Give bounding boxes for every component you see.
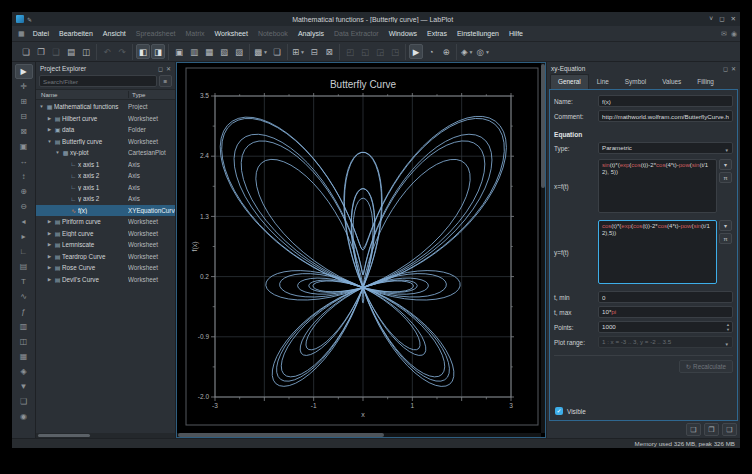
close-dock-icon[interactable]: ✕ xyxy=(166,65,171,72)
y-formula-field[interactable]: cos(t)*(exp(cos(t))-2*cos(4*t)-pow(sin(t… xyxy=(598,220,717,284)
plot-style-button[interactable]: ◈▼ xyxy=(460,44,475,59)
add-axis-icon[interactable]: ∟ xyxy=(15,244,33,259)
print-button[interactable]: ▤ xyxy=(64,44,78,59)
zoom-region-button[interactable]: ⊠ xyxy=(322,44,336,59)
zoom-out-icon[interactable]: ⊖ xyxy=(15,199,33,214)
minimize-button[interactable]: ˅ xyxy=(709,12,713,26)
copy-settings-button[interactable]: ❏ xyxy=(686,423,701,436)
t-min-field[interactable] xyxy=(598,291,733,303)
expand-icon[interactable]: ▶ xyxy=(46,254,53,259)
add-boxplot-icon[interactable]: ◫ xyxy=(15,334,33,349)
column-header-name[interactable]: Name xyxy=(36,91,128,98)
spinbox-arrows-icon[interactable]: ▲▼ xyxy=(726,323,730,332)
zoom-mode-button[interactable]: ⊞▼ xyxy=(291,44,306,59)
float-dock-icon[interactable]: ◻ xyxy=(158,65,163,72)
auto-scale-y-icon[interactable]: ↕ xyxy=(15,169,33,184)
menu-analysis[interactable]: Analysis xyxy=(293,26,329,42)
butterfly-plot[interactable]: -3-1133.52.41.30.2-0.9-2.0Butterfly Curv… xyxy=(177,63,545,435)
duplicate-button[interactable]: ❏ xyxy=(270,44,284,59)
zoom-select-icon[interactable]: ⊞ xyxy=(15,94,33,109)
recalculate-button[interactable]: ↻ Recalculate xyxy=(679,360,733,373)
menu-extras[interactable]: Extras xyxy=(422,26,452,42)
new-plot-button[interactable]: ▩▼ xyxy=(253,44,269,59)
tree-row-lemniscate[interactable]: ▶▤LemniscateWorksheet xyxy=(36,239,175,251)
column-header-type[interactable]: Type xyxy=(128,91,175,98)
new-matrix-button[interactable]: ▧ xyxy=(217,44,231,59)
insert-function-button[interactable]: ▾ xyxy=(719,220,732,231)
close-button[interactable]: ✕ xyxy=(731,12,736,26)
x-formula-field[interactable]: sin(t)*(exp(cos(t))-2*cos(4*t)-pow(sin(t… xyxy=(598,159,717,213)
print-worksheet-icon[interactable]: ❏ xyxy=(15,394,33,409)
tab-general[interactable]: General xyxy=(550,74,589,89)
tree-row-y-axis-1[interactable]: ∟y axis 1Axis xyxy=(36,182,175,194)
collapse-icon[interactable]: ▼ xyxy=(46,139,53,144)
zoom-select-mode-button[interactable]: ⊕ xyxy=(439,44,453,59)
tree-row-eight-curve[interactable]: ▶▤Eight curveWorksheet xyxy=(36,228,175,240)
layout-button[interactable]: ◎▼ xyxy=(476,44,491,59)
tree-column-headers[interactable]: Name Type xyxy=(36,89,175,100)
equation-type-combobox[interactable]: Parametric▼ xyxy=(598,142,733,154)
save-default-button[interactable]: ❐ xyxy=(704,423,719,436)
add-image-icon[interactable]: ▦ xyxy=(15,349,33,364)
search-input[interactable] xyxy=(39,75,157,87)
close-dock-icon[interactable]: ✕ xyxy=(731,65,736,72)
add-legend-icon[interactable]: ▤ xyxy=(15,259,33,274)
tree-row-rose-curve[interactable]: ▶▤Rose CurveWorksheet xyxy=(36,262,175,274)
tab-line[interactable]: Line xyxy=(589,74,617,89)
expand-icon[interactable]: ▶ xyxy=(46,242,53,247)
menu-bearbeiten[interactable]: Bearbeiten xyxy=(54,26,98,42)
zoom-fit-button[interactable]: ⊟ xyxy=(307,44,321,59)
expand-icon[interactable]: ▶ xyxy=(46,116,53,121)
tree-row-mathematical-functions[interactable]: ▼▦Mathematical functionsProject xyxy=(36,101,175,113)
select-mode-icon[interactable]: ▶ xyxy=(15,64,33,79)
add-histogram-icon[interactable]: ▥ xyxy=(15,319,33,334)
presenter-mode-icon[interactable]: ◉ xyxy=(15,409,33,424)
crosshair-mode-button[interactable]: ◔ xyxy=(424,44,438,59)
tree-row-x-axis-1[interactable]: ∟x axis 1Axis xyxy=(36,159,175,171)
worksheet-view[interactable]: -3-1133.52.41.30.2-0.9-2.0Butterfly Curv… xyxy=(176,62,546,438)
insert-constant-button[interactable]: π xyxy=(719,233,732,244)
tab-values[interactable]: Values xyxy=(654,74,689,89)
tree-row-devil-s-curve[interactable]: ▶▤Devil's CurveWorksheet xyxy=(36,274,175,286)
zoom-y-select-icon[interactable]: ⊠ xyxy=(15,124,33,139)
new-folder-button[interactable]: ▣ xyxy=(172,44,186,59)
expand-icon[interactable]: ▶ xyxy=(46,127,53,132)
menu-hilfe[interactable]: Hilfe xyxy=(504,26,528,42)
tab-symbol[interactable]: Symbol xyxy=(617,74,654,89)
export-button[interactable]: ◫ xyxy=(79,44,93,59)
menu-datei[interactable]: Datei xyxy=(28,26,54,42)
tree-row-x-axis-2[interactable]: ∟x axis 2Axis xyxy=(36,170,175,182)
t-max-field[interactable]: 10*pi xyxy=(598,306,733,318)
auto-scale-icon[interactable]: ▣ xyxy=(15,139,33,154)
tree-row-piriform-curve[interactable]: ▶▤Piriform curveWorksheet xyxy=(36,216,175,228)
insert-function-button[interactable]: ▾ xyxy=(719,159,732,170)
points-spinbox[interactable]: 1000 ▲▼ xyxy=(598,321,733,333)
menu-einstellungen[interactable]: Einstellungen xyxy=(452,26,504,42)
collapse-icon[interactable]: ▼ xyxy=(54,150,61,155)
tree-row-y-axis-2[interactable]: ∟y axis 2Axis xyxy=(36,193,175,205)
menu-windows[interactable]: Windows xyxy=(384,26,422,42)
menu-ansicht[interactable]: Ansicht xyxy=(98,26,131,42)
float-dock-icon[interactable]: ◻ xyxy=(723,65,728,72)
shift-right-x-icon[interactable]: ▸ xyxy=(15,229,33,244)
shift-left-x-icon[interactable]: ◂ xyxy=(15,214,33,229)
insert-constant-button[interactable]: π xyxy=(719,172,732,183)
worksheet-hscrollbar[interactable] xyxy=(177,433,541,437)
tree-row-teardrop-curve[interactable]: ▶▤Teardrop CurveWorksheet xyxy=(36,251,175,263)
notification-icon[interactable]: ✉ xyxy=(721,30,727,38)
collapse-icon[interactable]: ▼ xyxy=(38,104,45,109)
expand-icon[interactable]: ▶ xyxy=(46,231,53,236)
add-info-element-icon[interactable]: ◈ xyxy=(15,364,33,379)
pan-mode-icon[interactable]: ✛ xyxy=(15,79,33,94)
expand-icon[interactable]: ▶ xyxy=(46,219,53,224)
new-workbook-button[interactable]: ▥ xyxy=(187,44,201,59)
session-icon[interactable]: ◉ xyxy=(731,30,737,38)
visible-checkbox[interactable]: ✓ xyxy=(555,407,563,415)
expand-icon[interactable]: ▶ xyxy=(46,277,53,282)
new-spreadsheet-button[interactable]: ▦ xyxy=(202,44,216,59)
toggle-project-explorer-button[interactable]: ◧ xyxy=(136,44,150,59)
select-mode-button[interactable]: ▶ xyxy=(409,44,423,59)
new-worksheet-button[interactable]: ▨ xyxy=(232,44,246,59)
load-settings-button[interactable]: ❑ xyxy=(722,423,737,436)
open-project-button[interactable]: ❐ xyxy=(34,44,48,59)
